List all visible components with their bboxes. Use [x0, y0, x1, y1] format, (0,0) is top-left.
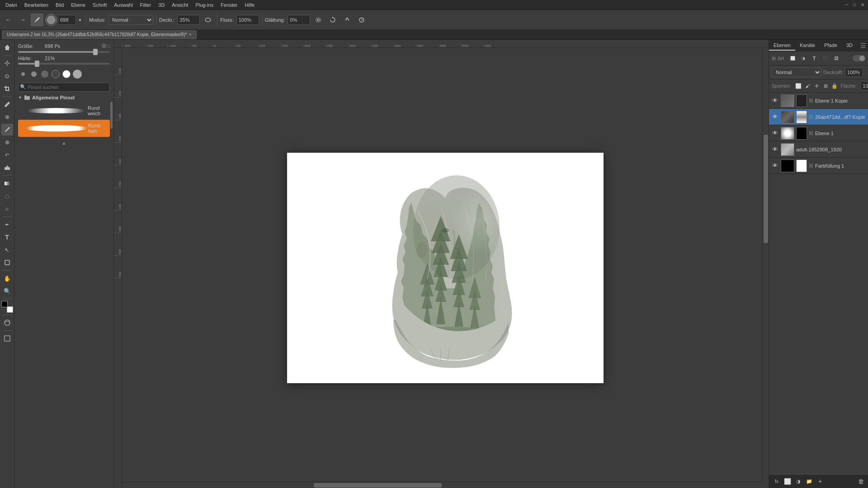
text-tool[interactable]: T: [1, 231, 13, 243]
brush-category-allgemeine[interactable]: ▼ Allgemeine Pinsel: [14, 94, 113, 102]
layer-visibility-3[interactable]: 👁: [771, 145, 779, 154]
layer-visibility-2[interactable]: 👁: [771, 129, 779, 137]
size-slider-track[interactable]: [18, 51, 110, 53]
filter-shape-btn[interactable]: ⬛: [820, 53, 830, 63]
menu-ebene[interactable]: Ebene: [67, 1, 89, 9]
v-scroll-thumb[interactable]: [764, 135, 768, 243]
document-canvas[interactable]: [287, 153, 604, 383]
menu-auswahl[interactable]: Auswahl: [110, 1, 137, 9]
menu-bearbeiten[interactable]: Bearbeiten: [21, 1, 52, 9]
minimize-button[interactable]: ─: [843, 1, 850, 9]
add-adjustment-btn[interactable]: ◑: [793, 476, 803, 486]
layer-item-3[interactable]: 👁 adult-1852908_1920: [769, 141, 868, 158]
blend-mode-select[interactable]: Normal: [772, 67, 821, 77]
close-button[interactable]: ✕: [859, 1, 866, 9]
layer-item-1[interactable]: 👁 ⛓ 26ab471dd...df7 Kopie: [769, 109, 868, 125]
tab-3d[interactable]: 3D: [842, 41, 857, 51]
brush-size-up[interactable]: ▲: [77, 14, 83, 26]
brush-tool-left[interactable]: [1, 124, 13, 136]
tab-ebenen[interactable]: Ebenen: [769, 41, 795, 51]
brush-preset-1[interactable]: [18, 69, 28, 79]
fluss-input[interactable]: [236, 15, 259, 25]
crop-tool[interactable]: [1, 83, 13, 94]
add-layer-btn[interactable]: +: [815, 476, 825, 486]
eyedropper-tool[interactable]: [1, 99, 13, 110]
brush-soft-item[interactable]: Rund weich: [18, 103, 110, 119]
layer-visibility-4[interactable]: 👁: [771, 162, 779, 170]
maximize-button[interactable]: □: [851, 1, 858, 9]
modus-select[interactable]: Normal: [108, 15, 153, 25]
lock-transparent-btn[interactable]: ⬜: [794, 82, 802, 90]
rotation-btn[interactable]: [326, 14, 339, 26]
tab-close-btn[interactable]: ×: [189, 32, 192, 37]
brush-settings-btn[interactable]: ⚙: [101, 42, 107, 49]
pressure-btn[interactable]: [355, 14, 368, 26]
layer-item-4[interactable]: 👁 ⛓ Farbfüllung 1: [769, 158, 868, 174]
brush-preset-4[interactable]: [51, 69, 61, 79]
opacity-input[interactable]: [845, 68, 863, 77]
menu-hilfe[interactable]: Hilfe: [241, 1, 258, 9]
layer-item-2[interactable]: 👁 ⛓ Ebene 1: [769, 125, 868, 141]
hardness-slider-track[interactable]: [18, 63, 110, 65]
filter-text-btn[interactable]: T: [809, 53, 819, 63]
history-brush-tool[interactable]: ↶: [1, 149, 13, 161]
add-mask-btn[interactable]: ⬜: [783, 476, 793, 486]
healing-tool[interactable]: ⊕: [1, 111, 13, 123]
home-tool[interactable]: [1, 42, 13, 53]
menu-schrift[interactable]: Schrift: [89, 1, 110, 9]
hand-tool[interactable]: ✋: [1, 272, 13, 284]
brush-tool-button[interactable]: [31, 14, 43, 26]
lock-position-btn[interactable]: ✛: [812, 82, 821, 90]
menu-fenster[interactable]: Fenster: [217, 1, 241, 9]
shape-tool[interactable]: [1, 257, 13, 268]
filter-smart-btn[interactable]: 🖼: [831, 53, 841, 63]
pen-tool[interactable]: ✒: [1, 219, 13, 230]
lock-artboard-btn[interactable]: ⊞: [821, 82, 830, 90]
layer-visibility-1[interactable]: 👁: [771, 113, 779, 121]
blur-tool[interactable]: ◌: [1, 190, 13, 202]
back-tool-button[interactable]: ←: [2, 14, 14, 26]
delete-layer-btn[interactable]: 🗑: [856, 476, 866, 486]
brush-search-input[interactable]: [18, 83, 110, 92]
vertical-scrollbar[interactable]: [762, 48, 769, 482]
tab-kanaele[interactable]: Kanäle: [795, 41, 820, 51]
brush-preset-3[interactable]: [40, 69, 50, 79]
layer-item-0[interactable]: 👁 ⛓ Ebene 1 Kopie: [769, 93, 868, 109]
brush-panel-collapse[interactable]: □: [107, 43, 110, 49]
gradient-tool[interactable]: [1, 178, 13, 189]
menu-ansicht[interactable]: Ansicht: [168, 1, 192, 9]
fill-input[interactable]: [860, 81, 868, 90]
lock-image-btn[interactable]: 🖌: [803, 82, 811, 90]
screen-mode-tool[interactable]: [1, 333, 13, 344]
menu-filter[interactable]: Filter: [137, 1, 155, 9]
eraser-tool[interactable]: [1, 162, 13, 174]
brush-size-input[interactable]: [58, 15, 76, 25]
add-css-btn[interactable]: fx: [772, 476, 782, 486]
document-tab[interactable]: Unbenannt-2 bei 16,3% (26ab471dd8dc52b95…: [2, 30, 197, 39]
path-selection-tool[interactable]: ↖: [1, 244, 13, 256]
symmetry-btn[interactable]: [341, 14, 354, 26]
layer-visibility-0[interactable]: 👁: [771, 97, 779, 105]
brush-preset-2[interactable]: [29, 69, 39, 79]
menu-datei[interactable]: Datei: [2, 1, 21, 9]
glaettung-input[interactable]: [288, 15, 310, 25]
forward-tool-button[interactable]: →: [16, 14, 29, 26]
menu-plugins[interactable]: Plug-ins: [192, 1, 217, 9]
brush-preset-5[interactable]: [61, 69, 71, 79]
canvas-container[interactable]: [122, 48, 769, 488]
h-scroll-thumb[interactable]: [314, 483, 442, 488]
panel-menu-btn[interactable]: ☰: [860, 42, 866, 49]
menu-3d[interactable]: 3D: [155, 1, 168, 9]
scroll-indicator[interactable]: [110, 102, 113, 129]
brush-preset-6[interactable]: [72, 69, 82, 79]
brush-hard-item[interactable]: Rund hart: [18, 120, 110, 137]
move-tool[interactable]: [1, 57, 13, 69]
menu-bild[interactable]: Bild: [52, 1, 67, 9]
horizontal-scrollbar[interactable]: [122, 482, 761, 488]
filter-pixel-btn[interactable]: ⬜: [788, 53, 797, 63]
quick-mask-tool[interactable]: [1, 317, 13, 328]
clone-tool[interactable]: ⊗: [1, 136, 13, 148]
lock-all-btn[interactable]: 🔒: [830, 82, 839, 90]
deckraft-input[interactable]: [177, 15, 200, 25]
smoothing-options-btn[interactable]: [312, 14, 325, 26]
